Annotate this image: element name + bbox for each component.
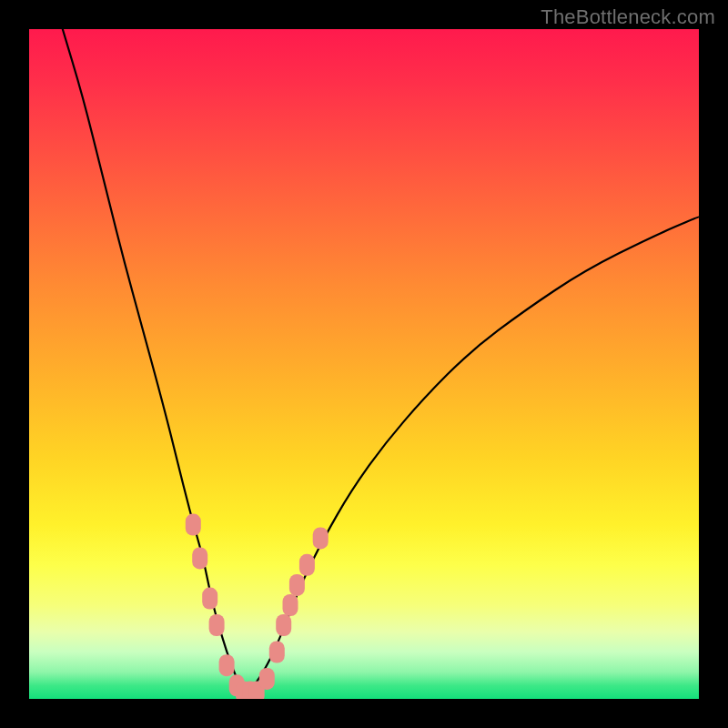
marker-layer: [186, 514, 329, 699]
chart-frame: TheBottleneck.com: [0, 0, 728, 728]
chart-svg: [29, 29, 699, 699]
curve-marker: [299, 554, 315, 576]
curve-marker: [192, 547, 207, 569]
plot-area: [29, 29, 699, 699]
curve-marker: [269, 642, 285, 663]
curve-marker: [276, 614, 291, 636]
curve-layer: [63, 29, 699, 693]
curve-marker: [283, 594, 298, 616]
curve-marker: [313, 527, 329, 549]
curve-marker: [289, 574, 305, 596]
curve-marker: [209, 614, 225, 636]
bottleneck-curve: [63, 29, 699, 693]
curve-marker: [202, 588, 217, 610]
curve-marker: [259, 668, 275, 690]
curve-marker: [219, 654, 235, 676]
curve-marker: [186, 514, 201, 536]
watermark-text: TheBottleneck.com: [541, 5, 715, 29]
